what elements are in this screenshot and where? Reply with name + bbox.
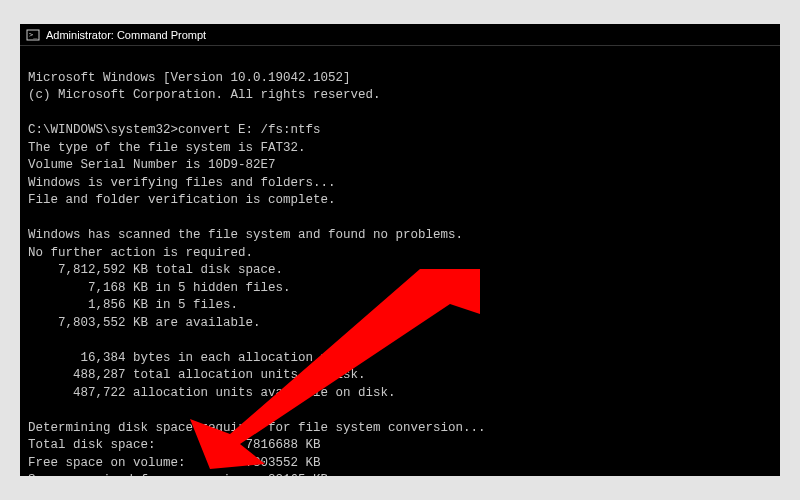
- output-line: File and folder verification is complete…: [28, 193, 336, 207]
- output-line: Volume Serial Number is 10D9-82E7: [28, 158, 276, 172]
- terminal-output[interactable]: Microsoft Windows [Version 10.0.19042.10…: [20, 46, 780, 476]
- output-line: No further action is required.: [28, 246, 253, 260]
- output-line: Microsoft Windows [Version 10.0.19042.10…: [28, 71, 351, 85]
- output-line: 16,384 bytes in each allocation unit.: [28, 351, 358, 365]
- output-line: Determining disk space required for file…: [28, 421, 486, 435]
- command-prompt-window: >_ Administrator: Command Prompt Microso…: [20, 24, 780, 476]
- output-line: Windows has scanned the file system and …: [28, 228, 463, 242]
- svg-text:>_: >_: [29, 31, 38, 39]
- output-line: Windows is verifying files and folders..…: [28, 176, 336, 190]
- output-line: 488,287 total allocation units on disk.: [28, 368, 366, 382]
- cmd-icon: >_: [26, 28, 40, 42]
- output-line: 7,803,552 KB are available.: [28, 316, 261, 330]
- output-line: 7,168 KB in 5 hidden files.: [28, 281, 291, 295]
- window-titlebar[interactable]: >_ Administrator: Command Prompt: [20, 24, 780, 46]
- output-line: 1,856 KB in 5 files.: [28, 298, 238, 312]
- output-line: C:\WINDOWS\system32>convert E: /fs:ntfs: [28, 123, 321, 137]
- output-line: Free space on volume: 7803552 KB: [28, 456, 321, 470]
- window-title: Administrator: Command Prompt: [46, 29, 206, 41]
- output-line: 7,812,592 KB total disk space.: [28, 263, 283, 277]
- output-line: (c) Microsoft Corporation. All rights re…: [28, 88, 381, 102]
- output-line: 487,722 allocation units available on di…: [28, 386, 396, 400]
- output-line: The type of the file system is FAT32.: [28, 141, 306, 155]
- output-line: Total disk space: 7816688 KB: [28, 438, 321, 452]
- output-line: Space required for conversion: 22165 KB: [28, 473, 328, 476]
